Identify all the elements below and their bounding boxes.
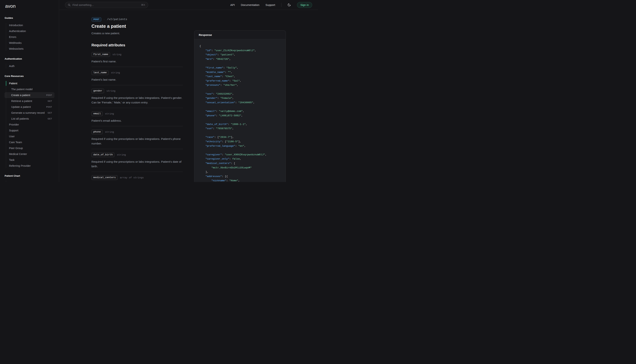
sidebar-item-group: Auth: [0, 63, 59, 69]
attribute-name-badge: first_name: [92, 52, 110, 57]
code-line: ],: [200, 170, 280, 174]
sidebar-item-label: Create a patient: [11, 94, 30, 96]
sidebar-item-referring-provider[interactable]: Referring Provider: [4, 163, 54, 169]
endpoint-method-badge: POST: [92, 17, 102, 22]
code-line: "caregiver_only": false,: [200, 157, 280, 161]
search-shortcut: ⌘K: [141, 4, 146, 6]
attribute-description: Patient's email address.: [92, 118, 183, 123]
code-line: "ssn": "765876575",: [200, 126, 280, 131]
attribute-description: Patient's last name.: [92, 77, 183, 82]
sidebar-item-label: Peer Group: [9, 147, 23, 150]
attribute-type: string: [111, 72, 120, 74]
code-line: "preferred_name": "Sal",: [200, 79, 280, 83]
response-panel-title: Response: [199, 33, 212, 36]
attribute-row-phone: phonestringRequired if using the prescri…: [92, 126, 183, 149]
sidebar-item-the-patient-model[interactable]: The patient model: [4, 86, 54, 92]
sidebar-item-medical-center[interactable]: Medical Center: [4, 151, 54, 157]
sidebar-item-introduction[interactable]: Introduction: [4, 22, 54, 28]
top-nav-divider: [281, 3, 282, 7]
attribute-header: first_namestring: [92, 52, 183, 57]
sidebar-nav: GuidesIntroductionAuthenticationErrorsWe…: [0, 9, 59, 182]
attribute-header: genderstring: [92, 88, 183, 93]
top-nav-link-support[interactable]: Support: [266, 3, 275, 6]
code-line: "addresses": [{: [200, 174, 280, 179]
sidebar-item-create-a-patient[interactable]: Create a patientPOST: [4, 92, 54, 98]
code-line: "date_of_birth": "1980-1-1",: [200, 122, 280, 126]
sidebar-section-title: Core Resources: [0, 74, 59, 78]
code-line: "first_name": "Sally",: [200, 66, 280, 70]
main-content: POST · /v2/patients Create a patient Cre…: [92, 17, 183, 182]
code-line: [200, 105, 280, 109]
response-json: { "id": "user_Z1zXZKvqrpwxbznuW6lJ", "ob…: [200, 44, 280, 182]
sidebar-item-label: List all patients: [11, 117, 29, 120]
response-panel-header: Response: [194, 30, 286, 39]
code-line: "last_name": "Chen",: [200, 74, 280, 79]
attribute-header: date_of_birthstring: [92, 152, 183, 157]
endpoint-path: /v2/patients: [107, 18, 127, 21]
sidebar-item-auth[interactable]: Auth: [4, 63, 54, 69]
attribute-name-badge: gender: [92, 88, 104, 93]
attribute-header: medical_centersarray of strings: [92, 175, 183, 180]
response-code-block[interactable]: { "id": "user_Z1zXZKvqrpwxbznuW6lJ", "ob…: [194, 39, 286, 182]
sidebar-item-errors[interactable]: Errors: [4, 34, 54, 40]
sidebar-item-label: Authentication: [9, 30, 26, 32]
attribute-type: string: [112, 53, 122, 56]
sidebar-item-allergy[interactable]: Allergy: [4, 180, 54, 182]
sidebar-item-webhooks[interactable]: Webhooks: [4, 40, 54, 46]
attribute-row-email: emailstringPatient's email address.: [92, 108, 183, 126]
method-label: GET: [48, 118, 54, 120]
sidebar-item-label: Medical Center: [9, 152, 27, 156]
search-placeholder: Find something...: [72, 3, 139, 6]
top-nav-link-documentation[interactable]: Documentation: [241, 3, 260, 6]
moon-icon: [288, 3, 291, 6]
attribute-description: Required if using the prescriptions or l…: [92, 96, 183, 105]
sidebar-item-group: IntroductionAuthenticationErrorsWebhooks…: [0, 22, 59, 52]
search-input[interactable]: Find something... ⌘K: [65, 2, 148, 8]
sidebar-item-task[interactable]: Task: [4, 157, 54, 163]
sidebar-item-update-a-patient[interactable]: Update a patientPOST: [4, 104, 54, 110]
code-line: "gender": "Female",: [200, 96, 280, 100]
attribute-name-badge: email: [92, 111, 103, 116]
sidebar-item-peer-group[interactable]: Peer Group: [4, 145, 54, 151]
code-line: "race": ["2034-7"],: [200, 135, 280, 140]
top-nav-link-api[interactable]: API: [230, 3, 235, 6]
sidebar-item-provider[interactable]: Provider: [4, 122, 54, 128]
sidebar-section-title: Patient Chart: [0, 174, 59, 178]
sidebar-item-label: Patient: [9, 82, 17, 85]
sidebar-item-label: Care Team: [9, 141, 22, 144]
attribute-name-badge: last_name: [92, 70, 108, 75]
sidebar-item-label: Update a patient: [11, 106, 31, 108]
sidebar-item-label: Allergy: [9, 182, 17, 182]
sidebar-item-label: Referring Provider: [9, 164, 31, 167]
sidebar-item-generate-a-summary-record[interactable]: Generate a summary recordGET: [4, 110, 54, 116]
brand-logo[interactable]: avon: [0, 0, 59, 9]
sidebar-item-websockets[interactable]: Websockets: [4, 46, 54, 52]
code-line: "mrn": "8942726",: [200, 57, 280, 62]
sidebar-section-title: Authentication: [0, 57, 59, 60]
sidebar-item-user[interactable]: User: [4, 134, 54, 139]
attribute-header: phonestring: [92, 130, 183, 134]
sidebar-item-group: Allergy: [0, 180, 59, 182]
attribute-row-date_of_birth: date_of_birthstringRequired if using the…: [92, 149, 183, 172]
sign-in-button[interactable]: Sign in: [297, 2, 312, 8]
sidebar-item-support[interactable]: Support: [4, 128, 54, 134]
code-line: "sexual_orientation": "20430005",: [200, 100, 280, 105]
attribute-type: string: [106, 90, 116, 92]
required-attributes-heading: Required attributes: [92, 43, 183, 47]
sidebar-item-label: Support: [9, 129, 18, 132]
sidebar-item-label: User: [9, 135, 15, 138]
sidebar-item-label: Introduction: [9, 24, 23, 27]
sidebar-section: GuidesIntroductionAuthenticationErrorsWe…: [0, 16, 59, 52]
sidebar-item-retrieve-a-patient[interactable]: Retrieve a patientGET: [4, 98, 54, 104]
sidebar-item-list-all-patients[interactable]: List all patientsGET: [4, 116, 54, 122]
sidebar-item-authentication[interactable]: Authentication: [4, 28, 54, 34]
sidebar-item-care-team[interactable]: Care Team: [4, 139, 54, 145]
attribute-type: string: [117, 154, 126, 156]
attribute-name-badge: medical_centers: [92, 175, 118, 180]
sidebar-item-patient[interactable]: Patient: [4, 80, 54, 86]
theme-toggle-button[interactable]: [288, 3, 291, 6]
code-line: "mctr_XbvBirnEb1Mli1OLwqnM": [200, 166, 280, 170]
code-line: "id": "user_Z1zXZKvqrpwxbznuW6lJ",: [200, 48, 280, 53]
sidebar-item-label: Errors: [9, 36, 16, 38]
code-line: "medical_centers": [: [200, 161, 280, 166]
